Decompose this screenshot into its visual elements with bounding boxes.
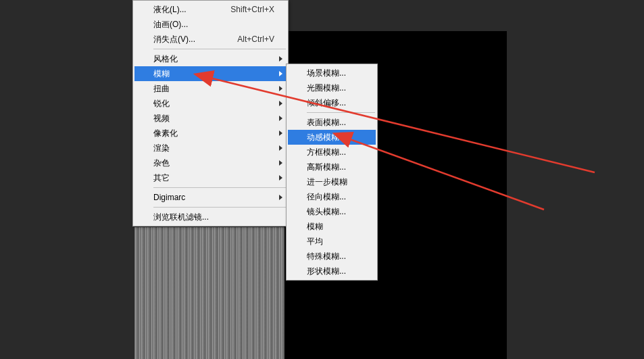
menu-item-label: Digimarc — [153, 193, 274, 202]
submenu-item-blur-more[interactable]: 进一步模糊 — [288, 174, 376, 189]
menu-item-label: 平均 — [307, 236, 364, 247]
submenu-arrow-icon — [279, 56, 282, 62]
menu-item-pixelate[interactable]: 像素化 — [134, 126, 287, 141]
menu-item-oilpaint[interactable]: 油画(O)... — [134, 17, 287, 32]
menu-item-label: 倾斜偏移... — [307, 97, 364, 109]
submenu-item-surface-blur[interactable]: 表面模糊... — [288, 115, 376, 130]
menu-item-label: 形状模糊... — [307, 266, 364, 277]
menu-item-label: 表面模糊... — [307, 117, 364, 128]
menu-item-shortcut: Shift+Ctrl+X — [230, 5, 274, 14]
menu-item-label: 扭曲 — [153, 83, 274, 95]
submenu-item-motion-blur[interactable]: 动感模糊... — [288, 130, 376, 145]
menu-item-label: 镜头模糊... — [307, 206, 364, 218]
filter-menu[interactable]: 液化(L)... Shift+Ctrl+X 油画(O)... 消失点(V)...… — [132, 0, 289, 226]
submenu-arrow-icon — [279, 145, 282, 151]
menu-item-noise[interactable]: 杂色 — [134, 155, 287, 170]
canvas-stripes-area — [134, 227, 284, 359]
menu-item-label: 像素化 — [153, 128, 274, 139]
submenu-item-blur[interactable]: 模糊 — [288, 219, 376, 234]
submenu-item-box-blur[interactable]: 方框模糊... — [288, 145, 376, 160]
menu-separator — [307, 112, 375, 113]
submenu-item-iris-blur[interactable]: 光圈模糊... — [288, 80, 376, 95]
menu-item-digimarc[interactable]: Digimarc — [134, 190, 287, 205]
menu-item-render[interactable]: 渲染 — [134, 141, 287, 155]
motion-blur-preview — [134, 227, 284, 359]
submenu-item-radial-blur[interactable]: 径向模糊... — [288, 189, 376, 204]
submenu-arrow-icon — [279, 130, 282, 136]
menu-item-label: 特殊模糊... — [307, 251, 364, 262]
submenu-item-field-blur[interactable]: 场景模糊... — [288, 66, 376, 80]
menu-item-shortcut: Alt+Ctrl+V — [237, 34, 274, 44]
menu-item-label: 消失点(V)... — [153, 34, 217, 45]
menu-item-label: 进一步模糊 — [307, 176, 364, 188]
submenu-arrow-icon — [279, 195, 282, 200]
submenu-item-special-blur[interactable]: 特殊模糊... — [288, 249, 376, 264]
menu-item-label: 场景模糊... — [307, 68, 364, 79]
menu-item-label: 浏览联机滤镜... — [153, 212, 274, 223]
menu-item-other[interactable]: 其它 — [134, 170, 287, 185]
submenu-arrow-icon — [279, 160, 282, 166]
menu-item-blur[interactable]: 模糊 — [134, 66, 287, 81]
submenu-item-shape-blur[interactable]: 形状模糊... — [288, 264, 376, 279]
menu-item-label: 杂色 — [153, 158, 274, 169]
menu-item-vanishing-point[interactable]: 消失点(V)... Alt+Ctrl+V — [134, 32, 287, 47]
menu-item-label: 油画(O)... — [153, 19, 274, 30]
submenu-item-gaussian-blur[interactable]: 高斯模糊... — [288, 160, 376, 174]
menu-item-sharpen[interactable]: 锐化 — [134, 96, 287, 111]
blur-submenu[interactable]: 场景模糊... 光圈模糊... 倾斜偏移... 表面模糊... 动感模糊... … — [286, 64, 378, 281]
submenu-item-average[interactable]: 平均 — [288, 234, 376, 249]
menu-item-label: 高斯模糊... — [307, 162, 364, 173]
menu-separator — [153, 49, 286, 49]
menu-item-label: 模糊 — [153, 68, 274, 80]
submenu-arrow-icon — [279, 71, 282, 76]
menu-item-browse-online-filters[interactable]: 浏览联机滤镜... — [134, 210, 287, 224]
menu-item-label: 风格化 — [153, 53, 274, 65]
menu-separator — [153, 187, 286, 188]
menu-separator — [153, 207, 286, 208]
menu-item-stylize[interactable]: 风格化 — [134, 51, 287, 66]
menu-item-label: 渲染 — [153, 143, 274, 154]
submenu-item-lens-blur[interactable]: 镜头模糊... — [288, 204, 376, 219]
submenu-arrow-icon — [279, 86, 282, 91]
menu-item-label: 径向模糊... — [307, 191, 364, 203]
menu-item-label: 模糊 — [307, 221, 364, 233]
menu-item-distort[interactable]: 扭曲 — [134, 81, 287, 96]
menu-item-label: 其它 — [153, 172, 274, 184]
submenu-arrow-icon — [279, 175, 282, 181]
menu-item-label: 方框模糊... — [307, 147, 364, 158]
menu-item-video[interactable]: 视频 — [134, 111, 287, 126]
submenu-item-tilt-shift[interactable]: 倾斜偏移... — [288, 95, 376, 110]
menu-item-label: 锐化 — [153, 98, 274, 110]
menu-item-label: 液化(L)... — [153, 4, 210, 16]
menu-item-liquify[interactable]: 液化(L)... Shift+Ctrl+X — [134, 2, 287, 17]
menu-item-label: 视频 — [153, 113, 274, 124]
submenu-arrow-icon — [279, 101, 282, 106]
menu-item-label: 光圈模糊... — [307, 82, 364, 94]
submenu-arrow-icon — [279, 116, 282, 121]
menu-item-label: 动感模糊... — [307, 132, 364, 143]
